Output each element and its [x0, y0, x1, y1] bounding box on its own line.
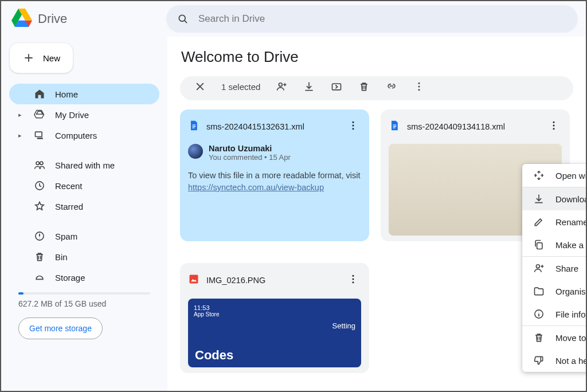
menu-item-file-information[interactable]: File information▸	[522, 303, 587, 326]
bin-icon	[33, 251, 46, 262]
thumbs-down-icon	[533, 355, 545, 366]
sidebar-item-label: Recent	[55, 181, 83, 191]
sidebar-item-label: Storage	[55, 273, 85, 283]
file-card[interactable]: sms-20240415132631.xml Naruto Uzumaki Yo…	[180, 109, 369, 241]
storage-icon	[33, 272, 46, 283]
menu-item-move-to-bin[interactable]: Move to bin	[522, 326, 587, 349]
page-title: Welcome to Drive	[167, 48, 586, 76]
sidebar-item-bin[interactable]: Bin	[9, 246, 159, 267]
sidebar: New Home▸My Drive▸ComputersShared with m…	[1, 37, 167, 391]
move-to-icon[interactable]	[330, 81, 343, 92]
sidebar-item-starred[interactable]: Starred	[9, 196, 159, 217]
sidebar-item-label: Spam	[55, 232, 77, 241]
menu-item-share[interactable]: Share▸	[522, 257, 587, 280]
search-icon	[177, 13, 189, 25]
sidebar-item-label: Bin	[55, 252, 68, 262]
commenter-name: Naruto Uzumaki	[209, 144, 291, 153]
new-button-label: New	[43, 53, 60, 63]
sidebar-item-label: Computers	[55, 131, 97, 140]
file-type-icon	[188, 273, 199, 287]
card-more-icon[interactable]	[345, 271, 361, 289]
sidebar-item-storage[interactable]: Storage	[9, 267, 159, 288]
card-more-icon[interactable]	[345, 117, 361, 136]
logo-area[interactable]: Drive	[11, 7, 166, 30]
new-button[interactable]: New	[9, 42, 73, 73]
preview-title: Codes	[195, 348, 233, 363]
main-area: Welcome to Drive 1 selected sms-20240415…	[167, 37, 586, 391]
menu-item-label: File information	[555, 309, 587, 319]
close-icon[interactable]	[194, 81, 206, 92]
sidebar-item-home[interactable]: Home	[9, 84, 159, 104]
app-header: Drive	[1, 1, 586, 37]
shared-icon	[33, 159, 46, 171]
menu-item-label: Move to bin	[555, 333, 587, 343]
recent-icon	[33, 180, 46, 191]
menu-item-organise[interactable]: Organise▸	[522, 280, 587, 303]
file-type-icon	[188, 119, 199, 134]
more-icon[interactable]	[413, 81, 425, 92]
expand-icon: ▸	[18, 132, 24, 139]
download-icon	[533, 193, 545, 205]
sidebar-item-computers[interactable]: ▸Computers	[9, 125, 159, 146]
card-more-icon[interactable]	[546, 117, 562, 136]
storage-text: 627.2 MB of 15 GB used	[9, 299, 159, 308]
spam-icon	[33, 230, 46, 242]
sidebar-item-label: My Drive	[55, 110, 89, 120]
info-icon	[533, 308, 545, 320]
file-preview: 11:53 App Store Setting Codes	[188, 299, 361, 367]
search-bar[interactable]	[166, 5, 578, 33]
preview-time: 11:53	[194, 304, 355, 311]
sidebar-item-spam[interactable]: Spam	[9, 226, 159, 246]
preview-app: App Store	[194, 311, 355, 317]
menu-item-label: Make a copy	[555, 240, 587, 250]
menu-item-label: Open with	[555, 171, 587, 181]
menu-item-label: Download	[555, 194, 587, 204]
menu-item-not-a-helpful-suggestion[interactable]: Not a helpful suggestion	[522, 349, 587, 372]
delete-icon[interactable]	[358, 81, 370, 92]
comment-link[interactable]: https://synctech.com.au/view-backup	[188, 183, 324, 192]
sidebar-item-recent[interactable]: Recent	[9, 175, 159, 196]
plus-icon	[22, 52, 35, 64]
sidebar-item-label: Starred	[55, 202, 83, 211]
menu-item-label: Rename	[555, 217, 587, 227]
file-type-icon	[389, 119, 400, 134]
file-name: IMG_0216.PNG	[206, 276, 338, 285]
star-icon	[33, 201, 46, 212]
drive-icon	[33, 109, 46, 120]
bin-icon	[533, 332, 545, 343]
file-name: sms-20240415132631.xml	[206, 122, 338, 131]
sidebar-item-label: Home	[55, 89, 78, 99]
search-input[interactable]	[198, 13, 568, 25]
sidebar-item-my-drive[interactable]: ▸My Drive	[9, 104, 159, 125]
comment-body: To view this file in a more readable for…	[188, 166, 361, 197]
menu-item-rename[interactable]: Rename	[522, 210, 587, 233]
home-icon	[33, 88, 46, 100]
storage-bar	[18, 292, 150, 295]
menu-item-make-a-copy[interactable]: Make a copyCtrl+C Ctrl+V	[522, 233, 587, 256]
file-name: sms-20240409134118.xml	[407, 122, 539, 131]
menu-item-download[interactable]: Download	[522, 187, 587, 210]
file-card[interactable]: IMG_0216.PNG 11:53 App Store Setting Cod…	[180, 263, 369, 373]
menu-item-label: Share	[555, 264, 587, 273]
avatar	[188, 144, 203, 159]
menu-item-open-with[interactable]: Open with▸	[522, 164, 587, 187]
expand-icon: ▸	[18, 111, 24, 119]
drive-logo-icon	[11, 7, 32, 30]
share-icon	[533, 262, 545, 274]
computers-icon	[33, 130, 46, 141]
get-more-storage-button[interactable]: Get more storage	[18, 317, 103, 339]
selection-toolbar: 1 selected	[180, 76, 573, 100]
open-with-icon	[533, 170, 545, 181]
preview-settings-label: Setting	[332, 322, 355, 330]
download-icon[interactable]	[303, 81, 315, 92]
share-person-icon[interactable]	[275, 81, 288, 92]
organise-icon	[533, 285, 545, 297]
selection-count: 1 selected	[221, 82, 260, 92]
menu-item-label: Not a helpful suggestion	[555, 356, 587, 366]
copy-icon	[533, 239, 545, 250]
commenter-sub: You commented • 15 Apr	[209, 153, 291, 162]
sidebar-item-shared-with-me[interactable]: Shared with me	[9, 155, 159, 175]
link-icon[interactable]	[385, 81, 398, 92]
menu-item-label: Organise	[555, 287, 587, 296]
product-name: Drive	[38, 11, 67, 26]
